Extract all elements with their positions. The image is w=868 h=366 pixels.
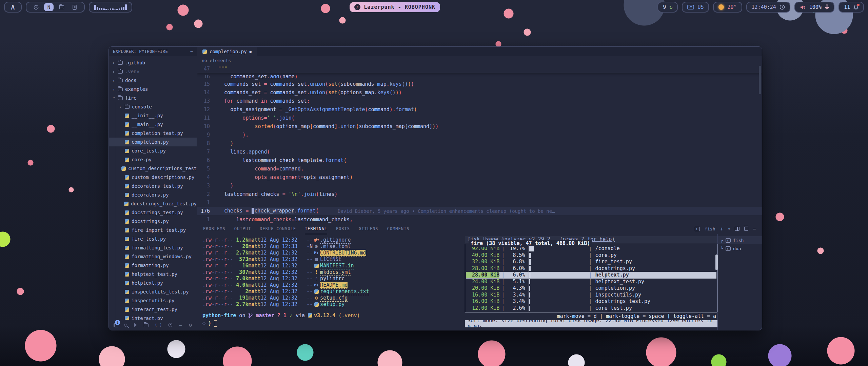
dua-row[interactable]: 12.00 KiB|2.6%|core_test.py — [466, 305, 716, 312]
terminal-dropdown-button[interactable]: ∨ — [728, 227, 730, 231]
sidebar-item-helptext-py[interactable]: helptext.py — [109, 279, 197, 287]
sidebar-item-formatting-py[interactable]: formatting.py — [109, 261, 197, 270]
workspace-notes[interactable] — [70, 3, 79, 11]
terminal-session-dua[interactable]: └❯dua — [718, 244, 762, 252]
dua-row[interactable]: 16.00 KiB|3.4%|inspectutils.py — [466, 292, 716, 299]
updates-widget[interactable]: 9 ↻ — [657, 2, 678, 13]
explorer-files-button[interactable]: 1 — [114, 322, 117, 328]
sidebar-item-examples[interactable]: ›examples — [109, 85, 197, 94]
file-name[interactable]: pylintrc — [320, 276, 344, 282]
panel-tab-problems[interactable]: PROBLEMS — [203, 223, 225, 234]
source-control-button[interactable] — [144, 322, 149, 328]
dua-row-selected[interactable]: 28.00 KiB|6.0%|helptext.py — [466, 272, 716, 279]
workspace-browser[interactable] — [31, 3, 41, 11]
panel-tab-gitlens[interactable]: GITLENS — [359, 223, 378, 234]
sidebar-item-docstrings-test-py[interactable]: docstrings_test.py — [109, 208, 197, 217]
python-icon — [125, 149, 129, 153]
sidebar-item-interact-py[interactable]: interact.py — [109, 314, 197, 320]
file-name[interactable]: LICENSE — [320, 256, 341, 263]
file-name[interactable]: requirements.txt — [320, 288, 369, 295]
file-name[interactable]: .gitignore — [320, 237, 351, 244]
dua-row[interactable]: 16.00 KiB|3.4%|docstrings_test.py — [466, 298, 716, 305]
chevron-icon: › — [112, 60, 116, 65]
weather-widget[interactable]: 29° — [713, 2, 742, 13]
sidebar-item-custom-descriptions-py[interactable]: custom_descriptions.py — [109, 173, 197, 182]
workspace-active[interactable]: N — [44, 3, 54, 11]
notifications-widget[interactable]: 11 — [839, 2, 864, 13]
terminal-fish[interactable]: .rw-r--r--1.2k matt 12 Aug 12:32 --git.g… — [197, 234, 465, 330]
sidebar-item-docstrings-py[interactable]: docstrings.py — [109, 217, 197, 226]
sidebar-item--main-py[interactable]: __main__.py — [109, 120, 197, 129]
dua-row[interactable]: 20.00 KiB|4.3%|completion.py — [466, 285, 716, 292]
dua-row[interactable]: 32.00 KiB|6.8%|fire_test.py — [466, 259, 716, 265]
editor-scrollbar[interactable] — [759, 66, 761, 94]
sidebar-item-console[interactable]: ›console — [109, 102, 197, 111]
tab-completion-py[interactable]: completion.py ● — [197, 47, 257, 56]
sidebar-item-formatting-windows-py[interactable]: formatting_windows.py — [109, 252, 197, 261]
sidebar-item-docs[interactable]: ›docs — [109, 76, 197, 85]
audio-widget[interactable]: 100% — [794, 2, 834, 13]
sidebar-item-fire[interactable]: ›fire — [109, 94, 197, 102]
sidebar-item-fire-test-py[interactable]: fire_test.py — [109, 235, 197, 243]
more-views-button[interactable]: ⋯ — [179, 322, 182, 328]
permissions: .rw-r--r-- — [202, 250, 233, 256]
dua-scrollbar[interactable] — [715, 255, 718, 270]
search-button[interactable] — [124, 322, 127, 328]
sidebar-item-decorators-py[interactable]: decorators.py — [109, 190, 197, 199]
file-name[interactable]: .mise.toml — [320, 243, 351, 250]
split-terminal-button[interactable] — [735, 227, 739, 231]
code-line: 2 lastcommand_checks = '\n'.join(lines) — [197, 190, 762, 198]
file-name[interactable]: setup.py — [320, 301, 344, 308]
sidebar-item--github[interactable]: ›.github — [109, 58, 197, 67]
terminal-session-fish[interactable]: ┌❯fish — [718, 236, 762, 244]
dua-row[interactable]: 40.00 KiB|8.5%|core.py — [466, 252, 716, 259]
sidebar-item-core-py[interactable]: core.py — [109, 155, 197, 164]
terminal-dua[interactable]: Disk Usage Analyzer v2.29.2 (press ? for… — [465, 234, 717, 330]
sidebar-item-inspectutils-py[interactable]: inspectutils.py — [109, 296, 197, 305]
sidebar-item-fire-import-test-py[interactable]: fire_import_test.py — [109, 226, 197, 235]
sidebar-item-inspectutils-test-py[interactable]: inspectutils_test.py — [109, 287, 197, 296]
sidebar-item-interact-test-py[interactable]: interact_test.py — [109, 305, 197, 314]
sidebar-item--venv[interactable]: ›.venv — [109, 67, 197, 76]
run-debug-button[interactable] — [134, 322, 137, 328]
panel-more-button[interactable]: ⋯ — [753, 226, 756, 231]
sidebar-item--init-py[interactable]: __init__.py — [109, 111, 197, 120]
dua-row[interactable]: 28.00 KiB|6.0%|docstrings.py — [466, 265, 716, 272]
sidebar-item-formatting-test-py[interactable]: formatting_test.py — [109, 243, 197, 252]
code-editor[interactable]: 47""" 16 commands_set.add(name)15 comman… — [197, 64, 762, 223]
explorer-more-button[interactable]: ⋯ — [190, 49, 193, 54]
workspace-files[interactable] — [57, 3, 66, 11]
file-name[interactable]: CONTRIBUTING.md — [320, 250, 366, 257]
panel-tab-output[interactable]: OUTPUT — [234, 223, 251, 234]
panel-tab-terminal[interactable]: TERMINAL — [305, 223, 327, 234]
launcher-button[interactable]: Λ — [4, 2, 22, 13]
sidebar-item-docstrings-fuzz-test-py[interactable]: docstrings_fuzz_test.py — [109, 199, 197, 208]
extensions-button[interactable]: (-) — [155, 322, 161, 328]
sticky-scroll-line: 47""" — [197, 64, 762, 73]
chevron-icon: › — [112, 96, 117, 100]
settings-button[interactable]: ⚙ — [189, 322, 192, 328]
kill-terminal-button[interactable] — [744, 227, 748, 231]
breadcrumb[interactable]: no elements — [197, 56, 762, 64]
file-name[interactable]: MANIFEST.in — [320, 263, 354, 269]
now-playing-widget[interactable]: ♪ Lazerpunk - ROBOPHONK — [350, 2, 440, 12]
file-name[interactable]: README.md — [320, 282, 348, 289]
file-name[interactable]: setup.cfg — [320, 295, 348, 302]
panel-tab-debug-console[interactable]: DEBUG CONSOLE — [260, 223, 296, 234]
sidebar-item-decorators-test-py[interactable]: decorators_test.py — [109, 182, 197, 190]
sidebar-item-custom-descriptions-test-[interactable]: custom_descriptions_test.… — [109, 164, 197, 173]
clock-widget[interactable]: 12:40:24 — [746, 2, 790, 13]
sidebar-item-completion-test-py[interactable]: completion_test.py — [109, 129, 197, 138]
sidebar-item-completion-py[interactable]: completion.py — [109, 138, 197, 146]
prompt-input-line[interactable]: ) — [202, 320, 465, 327]
dua-row[interactable]: 24.00 KiB|5.1%|helptext_test.py — [466, 279, 716, 285]
sidebar-item-core-test-py[interactable]: core_test.py — [109, 146, 197, 155]
new-terminal-button[interactable]: + — [720, 226, 724, 232]
sidebar-item-helptext-test-py[interactable]: helptext_test.py — [109, 270, 197, 279]
timeline-button[interactable] — [168, 322, 172, 328]
panel-tab-ports[interactable]: PORTS — [336, 223, 350, 234]
panel-tab-comments[interactable]: COMMENTS — [387, 223, 410, 234]
keyboard-layout-widget[interactable]: US — [682, 2, 709, 13]
file-name[interactable]: mkdocs.yml — [320, 269, 351, 276]
dua-bar — [529, 305, 586, 312]
